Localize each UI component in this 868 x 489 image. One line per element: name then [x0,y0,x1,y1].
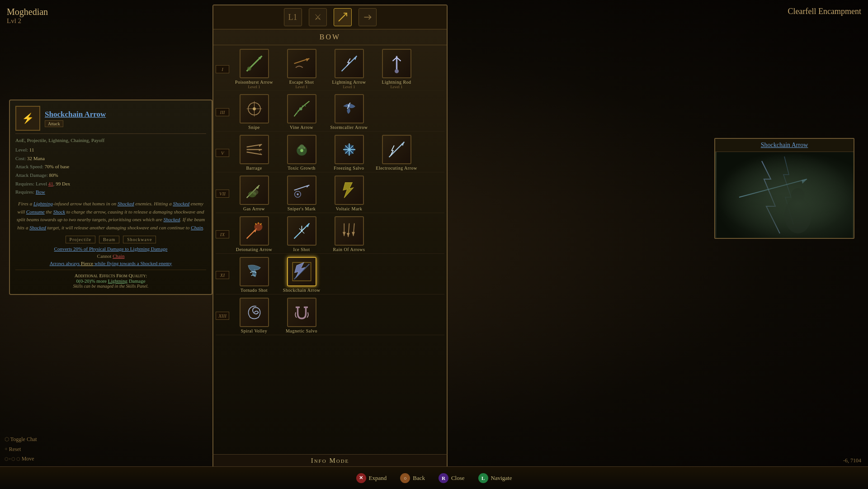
skill-lightning-rod[interactable]: Lightning Rod Level 1 [374,49,419,89]
skill-barrage[interactable]: Barrage [231,135,277,171]
svg-line-20 [246,152,262,155]
skill-electrocuting-arrow[interactable]: Electrocuting Arrow [374,135,419,171]
skill-sublevel-lightning-arrow: Level 1 [343,85,355,89]
skill-name-spiral-volley: Spiral Volley [241,328,268,333]
skill-detail-panel: ⚡ Shockchain Arrow Attack AoE, Projectil… [9,100,212,295]
skill-spiral-volley[interactable]: Spiral Volley [231,298,277,333]
row-level-3: III [216,108,229,116]
skill-lightning-arrow[interactable]: Lightning Arrow Level 1 [326,49,372,89]
navigate-label: Navigate [491,475,512,482]
skill-name-barrage: Barrage [246,166,262,171]
svg-marker-6 [306,58,309,62]
skill-icon-magnetic-salvo [287,298,316,327]
skill-icon-lightning-arrow [335,49,364,78]
detail-quality: Additional Effects From Quality: 0(0-20)… [15,270,206,289]
skill-snipers-mark[interactable]: Sniper's Mark [279,176,324,211]
skill-icon-electrocuting [382,135,411,164]
skill-row-5: V Barrage [216,133,444,172]
svg-point-59 [784,197,811,233]
reset-label[interactable]: + Reset [5,445,37,455]
skill-name-poisonburst: Poisonburst Arrow [235,80,273,85]
skill-items-5: Barrage Toxic Growth [231,135,419,171]
svg-marker-53 [352,232,355,236]
skill-stormcaller-arrow[interactable]: Stormcaller Arrow [326,94,372,130]
skill-shockchain-arrow[interactable]: Shockchain Arrow [279,257,324,293]
detail-convert-text: Converts 20% of Physical Damage to Light… [15,246,206,252]
skill-icon-escape [287,49,316,78]
skill-icon-barrage [240,135,269,164]
back-label: Back [413,475,425,482]
skill-icon-toxic-growth [287,135,316,164]
info-mode-bar: Info Mode [212,454,448,466]
skill-row-1: I Poisonburst Arrow Level 1 [216,47,444,91]
back-button[interactable]: ○ Back [400,473,425,483]
skill-ice-shot[interactable]: Ice Shot [279,216,324,252]
character-name: Moghedian [7,7,48,17]
svg-marker-8 [354,56,357,60]
skill-name-toxic-growth: Toxic Growth [288,166,316,171]
navigate-button[interactable]: L Navigate [478,473,512,483]
skill-name-electrocuting: Electrocuting Arrow [376,166,417,171]
skill-name-gas-arrow: Gas Arrow [243,206,265,211]
skill-name-stormcaller: Stormcaller Arrow [330,125,368,130]
expand-button[interactable]: ✕ Expand [356,473,387,483]
skill-icon-freezing-salvo [335,135,364,164]
skill-name-detonating: Detonating Arrow [236,247,273,252]
tab-r1[interactable] [359,8,377,26]
svg-point-23 [299,144,304,149]
skill-icon-tornado [240,257,269,286]
skill-sublevel-lightning-rod: Level 1 [390,85,402,89]
move-label: ⬡+⬡ ⬡ Move [5,454,37,464]
skill-toxic-growth[interactable]: Toxic Growth [279,135,324,171]
skill-gas-arrow[interactable]: Gas Arrow [231,176,277,211]
detail-type-badges: Projectile Beam Shockwave [15,236,206,243]
skill-items-11: Tornado Shot Shockchain Arrow [231,257,324,293]
skill-name-shockchain: Shockchain Arrow [283,288,321,293]
skill-name-vine-arrow: Vine Arrow [290,125,313,130]
row-level-9: IX [216,230,229,238]
skill-name-voltaic-mark: Voltaic Mark [336,206,362,211]
skill-icon-rain-arrows [335,216,364,246]
skill-poisonburst-arrow[interactable]: Poisonburst Arrow Level 1 [231,49,277,89]
panel-title: Bow [317,31,343,43]
skill-magnetic-salvo[interactable]: Magnetic Salvo [279,298,324,333]
svg-point-24 [300,149,303,152]
skill-voltaic-mark[interactable]: Voltaic Mark [326,176,372,211]
skill-snipe[interactable]: Snipe [231,94,277,130]
detail-skills-note: Skills can be managed in the Skills Pane… [15,284,206,289]
skill-name-ice-shot: Ice Shot [293,247,310,252]
skill-freezing-salvo[interactable]: Freezing Salvo [326,135,372,171]
tab-l1[interactable]: L1 [284,8,302,26]
close-key: R [439,473,448,483]
detail-pierce-text: Arrows always Pierce while flying toward… [15,261,206,266]
close-button[interactable]: R Close [439,473,465,483]
skill-name-snipe: Snipe [248,125,259,130]
svg-line-0 [339,13,347,21]
tab-bow-skills[interactable]: ⚔ [309,8,327,26]
skill-escape-shot[interactable]: Escape Shot Level 1 [279,49,324,89]
toggle-chat-label[interactable]: ⬡ Toggle Chat [5,435,37,445]
svg-line-61 [739,179,807,197]
skill-vine-arrow[interactable]: Vine Arrow [279,94,324,130]
bottom-bar: ✕ Expand ○ Back R Close L Navigate [0,466,868,489]
detail-stats: Level: 11 Cost: 32 Mana Attack Speed: 70… [15,146,206,196]
back-key: ○ [400,473,410,483]
skill-rain-of-arrows[interactable]: Rain of Arrows [326,216,372,252]
skill-detonating-arrow[interactable]: Detonating Arrow [231,216,277,252]
detail-skill-title: Shockchain Arrow [45,110,106,119]
skill-tornado-shot[interactable]: Tornado Shot [231,257,277,293]
svg-point-60 [791,188,805,202]
skill-panel: L1 ⚔ Bow I [212,5,448,464]
skill-name-rain-arrows: Rain of Arrows [333,247,365,252]
svg-rect-58 [717,152,852,238]
skill-icon-stormcaller [335,94,364,123]
tab-arrow-skills[interactable] [334,8,352,26]
close-label: Close [451,475,465,482]
skill-row-9: IX Detonating Arrow [216,215,444,254]
navigate-key: L [478,473,488,483]
detail-skill-tags: AoE, Projectile, Lightning, Chaining, Pa… [15,138,206,143]
svg-point-10 [395,69,399,73]
character-level: Lvl 2 [7,17,48,25]
skill-items-9: Detonating Arrow Ice Shot [231,216,372,252]
svg-marker-51 [346,233,349,237]
